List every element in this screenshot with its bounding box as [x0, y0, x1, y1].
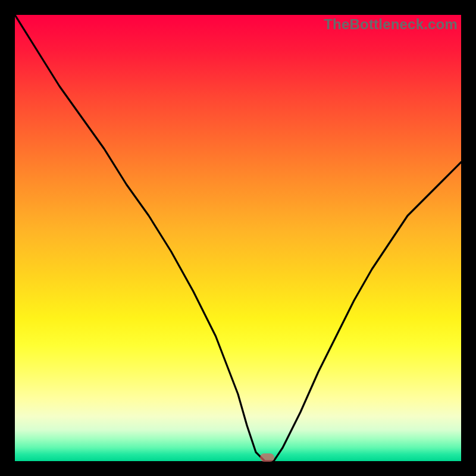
optimum-marker [260, 453, 274, 462]
plot-area: TheBottleneck.com [15, 15, 461, 461]
bottleneck-curve [15, 15, 461, 461]
chart-frame: TheBottleneck.com [0, 0, 476, 476]
curve-path [15, 15, 461, 461]
